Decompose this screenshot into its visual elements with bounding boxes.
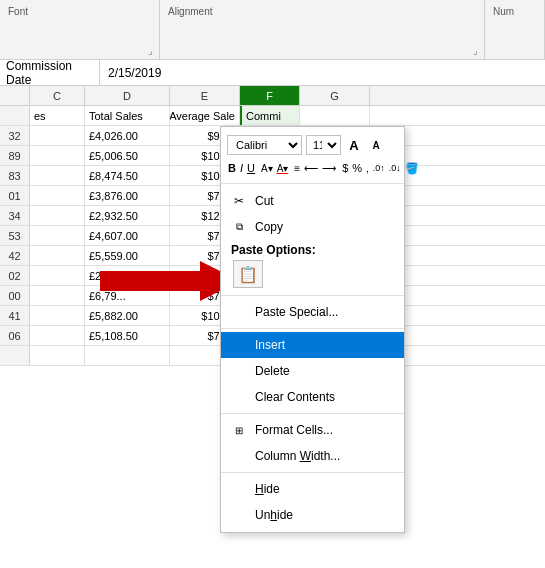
delete-menu-item[interactable]: Delete — [221, 358, 404, 384]
menu-divider-2 — [221, 328, 404, 329]
col-header-row: C D E F G — [0, 86, 545, 106]
alignment-section-title: Alignment — [168, 6, 212, 17]
col-header-d[interactable]: D — [85, 86, 170, 105]
cell-header-e[interactable]: Average Sale — [170, 106, 240, 125]
increase-font-button[interactable]: A — [345, 136, 363, 154]
cell-value-display: 2/15/2019 — [108, 66, 161, 80]
delete-label: Delete — [255, 364, 290, 378]
copy-label: Copy — [255, 220, 283, 234]
comma-button[interactable]: , — [365, 159, 370, 177]
clear-contents-label: Clear Contents — [255, 390, 335, 404]
paste-special-label: Paste Special... — [255, 305, 338, 319]
num-section: Num — [485, 0, 545, 59]
format-cells-menu-item[interactable]: ⊞ Format Cells... — [221, 417, 404, 443]
italic-button[interactable]: I — [239, 159, 244, 177]
dollar-button[interactable]: $ — [341, 159, 349, 177]
bold-button[interactable]: B — [227, 159, 237, 177]
header-row: es Total Sales Average Sale Commi — [0, 106, 545, 126]
decrease-font-button[interactable]: A — [367, 136, 385, 154]
cut-label: Cut — [255, 194, 274, 208]
insert-menu-item[interactable]: Insert — [221, 332, 404, 358]
mini-font-selector[interactable]: Calibri — [227, 135, 302, 155]
menu-divider-3 — [221, 413, 404, 414]
cut-icon: ✂ — [231, 194, 247, 208]
col-header-f[interactable]: F — [240, 86, 300, 105]
row-num — [0, 106, 30, 125]
menu-divider-1 — [221, 295, 404, 296]
increase-decimal-button[interactable]: .0↑ — [372, 159, 386, 177]
spreadsheet: C D E F G es Total Sales Average Sale Co… — [0, 86, 545, 568]
align-left-button[interactable]: ≡ — [293, 159, 301, 177]
cell-header-c[interactable]: es — [30, 106, 85, 125]
column-width-label: Column Width... — [255, 449, 340, 463]
paste-special-menu-item[interactable]: Paste Special... — [221, 299, 404, 325]
formula-bar: Commission Date 2/15/2019 — [0, 60, 545, 86]
mini-toolbar: Calibri 11 A A B I U A▾ A▾ ≡ ⟵ ⟶ $ — [221, 131, 404, 184]
alignment-section: Alignment ⌟ — [160, 0, 485, 59]
font-section-title: Font — [8, 6, 28, 17]
clear-contents-menu-item[interactable]: Clear Contents — [221, 384, 404, 410]
paste-options-header: Paste Options: — [221, 240, 404, 258]
highlight-color-button[interactable]: A▾ — [260, 159, 274, 177]
context-menu: Calibri 11 A A B I U A▾ A▾ ≡ ⟵ ⟶ $ — [220, 126, 405, 533]
font-section: Font ⌟ — [0, 0, 160, 59]
col-header-g[interactable]: G — [300, 86, 370, 105]
insert-label: Insert — [255, 338, 285, 352]
cut-menu-item[interactable]: ✂ Cut — [221, 188, 404, 214]
row-num-spacer — [0, 86, 30, 105]
unhide-label: Unhide — [255, 508, 293, 522]
font-color-button[interactable]: A▾ — [276, 159, 290, 177]
paste-icon-button[interactable]: 📋 — [233, 260, 263, 288]
paste-options-icons: 📋 — [221, 258, 404, 292]
mini-toolbar-row1: Calibri 11 A A — [227, 135, 398, 155]
unhide-menu-item[interactable]: Unhide — [221, 502, 404, 528]
mini-toolbar-row2: B I U A▾ A▾ ≡ ⟵ ⟶ $ % , .0↑ .0↓ 🪣 — [227, 159, 398, 177]
mini-size-selector[interactable]: 11 — [306, 135, 341, 155]
ribbon: Font ⌟ Alignment ⌟ Num — [0, 0, 545, 60]
hide-menu-item[interactable]: Hide — [221, 476, 404, 502]
hide-label: Hide — [255, 482, 280, 496]
underline-button[interactable]: U — [246, 159, 256, 177]
menu-divider-4 — [221, 472, 404, 473]
percent-button[interactable]: % — [351, 159, 363, 177]
copy-menu-item[interactable]: ⧉ Copy — [221, 214, 404, 240]
format-cells-label: Format Cells... — [255, 423, 333, 437]
num-section-title: Num — [493, 6, 514, 17]
formula-content: 2/15/2019 — [100, 66, 545, 80]
font-expand-icon[interactable]: ⌟ — [148, 45, 153, 56]
col-header-c[interactable]: C — [30, 86, 85, 105]
cell-header-g[interactable] — [300, 106, 370, 125]
cell-header-d[interactable]: Total Sales — [85, 106, 170, 125]
decrease-indent-button[interactable]: ⟵ — [303, 159, 319, 177]
paint-bucket-button[interactable]: 🪣 — [404, 159, 420, 177]
col-header-e[interactable]: E — [170, 86, 240, 105]
copy-icon: ⧉ — [231, 221, 247, 233]
cell-header-f[interactable]: Commi — [240, 106, 300, 125]
format-cells-icon: ⊞ — [231, 425, 247, 436]
column-width-menu-item[interactable]: Column Width... — [221, 443, 404, 469]
decrease-decimal-button[interactable]: .0↓ — [388, 159, 402, 177]
alignment-expand-icon[interactable]: ⌟ — [473, 45, 478, 56]
name-box[interactable]: Commission Date — [0, 60, 100, 85]
increase-indent-button[interactable]: ⟶ — [321, 159, 337, 177]
